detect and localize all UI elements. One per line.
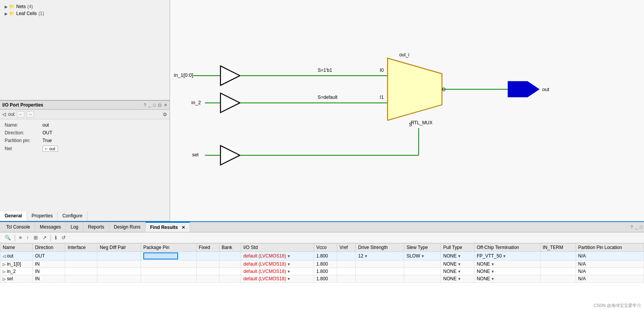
settings-icon[interactable]: ⚙ [163, 112, 167, 117]
tree-item-nets[interactable]: ▶ 📁 Nets (4) [3, 3, 167, 10]
info-button[interactable]: ℹ [53, 234, 58, 241]
find-results-close-icon[interactable]: ✕ [182, 225, 185, 230]
pull-type-dropdown-icon[interactable]: ▼ [457, 269, 461, 274]
table-row[interactable]: ▷selINdefault (LVCMOS18)▼1.800NONE▼NONE▼… [0, 275, 644, 283]
slew-type-dropdown-icon[interactable]: ▼ [421, 254, 425, 258]
restore-icon[interactable]: □ [153, 103, 156, 107]
filter-button[interactable]: ≡ [17, 234, 24, 241]
up-button[interactable]: ↑ [25, 234, 31, 241]
pull-type-dropdown-icon[interactable]: ▼ [457, 277, 461, 281]
svg-text:out: out [542, 86, 549, 92]
tab-design-runs[interactable]: Design Runs [109, 222, 146, 232]
col-drive-strength[interactable]: Drive Strength [356, 244, 404, 252]
table-cell [404, 268, 441, 275]
search-button[interactable]: 🔍 [3, 234, 12, 241]
pull-type-dropdown-icon[interactable]: ▼ [457, 254, 461, 258]
col-direction[interactable]: Direction [32, 244, 65, 252]
table-cell: IN [32, 261, 65, 268]
tab-tcl-console[interactable]: Tcl Console [2, 222, 35, 232]
help-icon[interactable]: ? [144, 103, 146, 107]
col-package-pin[interactable]: Package Pin [141, 244, 196, 252]
io-props-tabs: General Properties Configure [0, 212, 170, 221]
table-row[interactable]: ▷in_2INdefault (LVCMOS18)▼1.800NONE▼NONE… [0, 268, 644, 275]
tab-log[interactable]: Log [66, 222, 83, 232]
table-cell[interactable] [141, 252, 196, 261]
off-chip-dropdown-icon[interactable]: ▼ [491, 262, 495, 266]
off-chip-dropdown-icon[interactable]: ▼ [491, 277, 495, 281]
table-cell: default (LVCMOS18)▼ [241, 252, 314, 261]
off-chip-dropdown-icon[interactable]: ▼ [491, 269, 495, 274]
table-cell [219, 275, 241, 283]
table-cell [356, 261, 404, 268]
help-bottom-icon[interactable]: ? [630, 225, 633, 229]
tab-messages[interactable]: Messages [35, 222, 66, 232]
tree-item-leafcells[interactable]: ▶ 📁 Leaf Cells (1) [3, 10, 167, 17]
table-cell: ▷in_2 [0, 268, 33, 275]
main-container: ▶ 📁 Nets (4) ▶ 📁 Leaf Cells (1) I/O Port… [0, 0, 644, 310]
table-cell [540, 268, 576, 275]
io-props-title: I/O Port Properties [2, 102, 43, 108]
minimize-icon[interactable]: _ [148, 103, 151, 107]
io-std-dropdown-icon[interactable]: ▼ [287, 269, 291, 274]
io-props-header: I/O Port Properties ? _ □ ⊡ ✕ [0, 101, 170, 110]
col-vcco[interactable]: Vcco [314, 244, 337, 252]
col-io-std[interactable]: I/O Std [241, 244, 314, 252]
refresh-button[interactable]: ↺ [60, 234, 67, 241]
col-fixed[interactable]: Fixed [196, 244, 219, 252]
col-pull-type[interactable]: Pull Type [441, 244, 474, 252]
table-cell[interactable] [141, 275, 196, 283]
table-cell [97, 261, 141, 268]
col-slew-type[interactable]: Slew Type [404, 244, 441, 252]
table-cell: 1.800 [314, 261, 337, 268]
maximize-bottom-icon[interactable]: □ [640, 225, 642, 229]
col-vref[interactable]: Vref [337, 244, 355, 252]
table-row[interactable]: ▷in_1[0]INdefault (LVCMOS18)▼1.800NONE▼N… [0, 261, 644, 268]
io-std-dropdown-icon[interactable]: ▼ [287, 262, 291, 266]
minimize-bottom-icon[interactable]: _ [635, 225, 637, 229]
svg-text:O: O [442, 87, 445, 92]
col-interface[interactable]: Interface [65, 244, 97, 252]
io-std-dropdown-icon[interactable]: ▼ [287, 254, 291, 258]
col-partition-pin[interactable]: Partition Pin Location [576, 244, 644, 252]
close-icon[interactable]: ✕ [164, 103, 167, 108]
watermark: CSDN @海绵宝宝爱学习 [594, 303, 641, 308]
prop-row-direction: Direction: OUT [5, 130, 165, 136]
tab-reports[interactable]: Reports [83, 222, 109, 232]
prop-label-direction: Direction: [5, 130, 39, 136]
select-button[interactable]: ⊞ [32, 234, 39, 241]
table-cell [404, 275, 441, 283]
col-neg-diff-pair[interactable]: Neg Diff Pair [97, 244, 141, 252]
row-icon: ▷ [3, 262, 6, 266]
table-cell [337, 252, 355, 261]
table-cell: NONE▼ [441, 252, 474, 261]
drive-strength-dropdown-icon[interactable]: ▼ [364, 254, 368, 258]
table-cell: SLOW▼ [404, 252, 441, 261]
table-header-row: Name Direction Interface Neg Diff Pair P… [0, 244, 644, 252]
svg-text:in_2: in_2 [191, 100, 201, 105]
tab-properties[interactable]: Properties [27, 212, 58, 221]
table-cell [65, 268, 97, 275]
io-std-dropdown-icon[interactable]: ▼ [287, 277, 291, 281]
table-row[interactable]: ◁outOUTdefault (LVCMOS18)▼1.80012▼SLOW▼N… [0, 252, 644, 261]
bottom-panel: Tcl Console Messages Log Reports Design … [0, 221, 644, 310]
col-in-term[interactable]: IN_TERM [540, 244, 576, 252]
prev-port-button[interactable]: ← [17, 111, 24, 117]
col-off-chip[interactable]: Off-Chip Termination [474, 244, 540, 252]
col-name[interactable]: Name [0, 244, 33, 252]
col-bank[interactable]: Bank [219, 244, 241, 252]
tab-configure[interactable]: Configure [58, 212, 87, 221]
nav-button[interactable]: ↗ [41, 234, 48, 241]
pull-type-dropdown-icon[interactable]: ▼ [457, 262, 461, 266]
tab-general[interactable]: General [0, 212, 27, 221]
maximize-icon[interactable]: ⊡ [158, 103, 161, 108]
table-cell[interactable] [141, 268, 196, 275]
prop-label-name: Name: [5, 122, 39, 128]
table-cell: FP_VTT_50▼ [474, 252, 540, 261]
off-chip-dropdown-icon[interactable]: ▼ [503, 254, 506, 258]
next-port-button[interactable]: → [27, 111, 34, 117]
table-cell [219, 268, 241, 275]
results-table-container[interactable]: Name Direction Interface Neg Diff Pair P… [0, 243, 644, 310]
tree-section: ▶ 📁 Nets (4) ▶ 📁 Leaf Cells (1) [0, 0, 170, 100]
tab-find-results[interactable]: Find Results ✕ [146, 222, 190, 232]
table-cell[interactable] [141, 261, 196, 268]
